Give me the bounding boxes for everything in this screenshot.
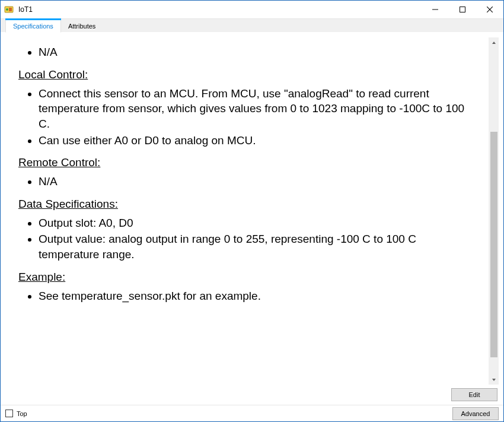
minimize-button[interactable]	[422, 1, 449, 18]
window-controls	[422, 1, 503, 18]
list-item: Connect this sensor to an MCU. From MCU,…	[39, 86, 477, 132]
footer-bar: Top Advanced	[1, 405, 503, 421]
scroll-down-arrow-icon[interactable]	[489, 375, 499, 385]
list-section-top: N/A	[39, 45, 477, 60]
document-content: N/A Local Control: Connect this sensor t…	[5, 37, 489, 385]
maximize-button[interactable]	[449, 1, 476, 18]
heading-remote-control: Remote Control:	[18, 156, 477, 169]
tab-attributes[interactable]: Attributes	[61, 20, 103, 33]
button-label: Advanced	[461, 410, 490, 417]
vertical-scrollbar[interactable]	[489, 37, 499, 385]
tab-specifications[interactable]: Specifications	[5, 20, 61, 33]
tab-label: Attributes	[68, 23, 95, 30]
button-label: Edit	[469, 391, 480, 398]
scroll-up-arrow-icon[interactable]	[489, 37, 499, 47]
tabstrip: Specifications Attributes	[1, 18, 503, 33]
edit-button-row: Edit	[1, 385, 503, 405]
svg-rect-4	[460, 7, 465, 12]
list-item: See temperature_sensor.pkt for an exampl…	[39, 288, 477, 304]
list-item: Output slot: A0, D0	[39, 215, 477, 231]
scrollbar-thumb[interactable]	[490, 132, 497, 357]
heading-local-control: Local Control:	[18, 68, 477, 81]
list-data-specifications: Output slot: A0, D0 Output value: analog…	[39, 215, 477, 262]
svg-point-1	[6, 8, 8, 11]
checkbox-icon[interactable]	[5, 410, 13, 417]
heading-data-specifications: Data Specifications:	[18, 198, 477, 211]
list-item: N/A	[39, 45, 477, 60]
advanced-button[interactable]: Advanced	[452, 407, 499, 420]
close-button[interactable]	[476, 1, 503, 18]
window-title: IoT1	[18, 5, 33, 14]
list-item: Output value: analog output in range 0 t…	[39, 231, 477, 262]
heading-example: Example:	[18, 271, 477, 284]
titlebar: IoT1	[1, 1, 503, 18]
list-remote-control: N/A	[39, 174, 477, 189]
tab-label: Specifications	[13, 23, 53, 30]
scroll-area: N/A Local Control: Connect this sensor t…	[5, 37, 499, 385]
scrollbar-track[interactable]	[489, 47, 499, 375]
checkbox-label: Top	[17, 410, 27, 417]
list-local-control: Connect this sensor to an MCU. From MCU,…	[39, 86, 477, 148]
svg-rect-3	[432, 9, 438, 10]
list-item: Can use either A0 or D0 to analog on MCU…	[39, 133, 477, 148]
app-icon	[4, 5, 14, 14]
svg-rect-2	[9, 8, 12, 11]
content-wrap: N/A Local Control: Connect this sensor t…	[1, 33, 503, 405]
list-example: See temperature_sensor.pkt for an exampl…	[39, 288, 477, 304]
top-checkbox-wrap[interactable]: Top	[5, 410, 27, 417]
app-window: IoT1 Specifications Attributes N/A	[0, 0, 504, 422]
titlebar-left: IoT1	[4, 5, 33, 14]
list-item: N/A	[39, 174, 477, 189]
edit-button[interactable]: Edit	[451, 388, 497, 401]
